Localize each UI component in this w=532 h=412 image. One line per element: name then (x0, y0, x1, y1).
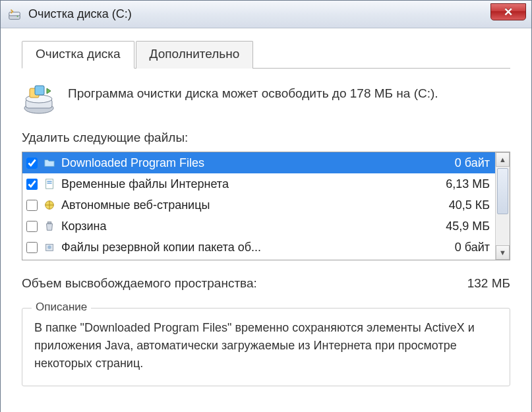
description-group: Описание В папке "Downloaded Program Fil… (22, 308, 510, 386)
svg-rect-9 (47, 181, 51, 182)
freeable-value: 132 МБ (467, 276, 510, 291)
file-checkbox[interactable] (26, 158, 38, 169)
svg-rect-7 (35, 86, 44, 95)
file-name: Корзина (61, 220, 425, 233)
package-icon (43, 241, 56, 254)
list-item[interactable]: Корзина 45,9 МБ (22, 216, 495, 237)
svg-rect-10 (47, 183, 51, 183)
tab-more-options[interactable]: Дополнительно (136, 41, 254, 69)
globe-icon (43, 198, 56, 212)
tab-strip: Очистка диска Дополнительно (22, 40, 510, 69)
file-list-label: Удалить следующие файлы: (22, 131, 510, 145)
intro-row: Программа очистки диска может освободить… (22, 84, 510, 115)
description-text: В папке "Downloaded Program Files" време… (34, 319, 498, 372)
file-name: Файлы резервной копии пакета об... (61, 241, 425, 254)
list-item[interactable]: Downloaded Program Files 0 байт (22, 152, 495, 173)
scroll-track[interactable] (496, 167, 510, 245)
freeable-row: Объем высвобождаемого пространства: 132 … (22, 276, 510, 291)
file-size: 6,13 МБ (430, 177, 490, 191)
scroll-up-button[interactable]: ▲ (496, 152, 510, 167)
file-name: Downloaded Program Files (61, 156, 425, 170)
window-title: Очистка диска (C:) (28, 7, 132, 21)
titlebar[interactable]: Очистка диска (C:) ✕ (1, 1, 531, 28)
file-list-scrollbar[interactable]: ▲ ▼ (495, 152, 510, 260)
recycle-bin-icon (43, 220, 56, 233)
file-size: 0 байт (430, 241, 490, 254)
scroll-down-button[interactable]: ▼ (496, 245, 510, 260)
file-checkbox[interactable] (26, 200, 38, 211)
svg-point-2 (16, 15, 18, 16)
list-item[interactable]: Файлы резервной копии пакета об... 0 бай… (22, 237, 495, 258)
svg-point-14 (47, 245, 51, 249)
file-size: 40,5 КБ (430, 198, 490, 212)
tab-cleanup[interactable]: Очистка диска (22, 41, 134, 69)
svg-rect-12 (47, 222, 51, 224)
scroll-thumb[interactable] (497, 168, 508, 214)
file-name: Автономные веб-страницы (61, 198, 425, 212)
file-list: Downloaded Program Files 0 байт Временны… (22, 152, 510, 260)
folder-icon (43, 156, 56, 169)
file-size: 0 байт (430, 156, 490, 170)
close-button[interactable]: ✕ (490, 3, 526, 20)
list-item[interactable]: Автономные веб-страницы 40,5 КБ (22, 194, 495, 216)
disk-cleanup-large-icon (22, 84, 56, 115)
client-area: Очистка диска Дополнительно Программа оч… (1, 28, 531, 412)
disk-cleanup-window: Очистка диска (C:) ✕ Очистка диска Допол… (0, 0, 532, 412)
svg-rect-8 (46, 179, 53, 189)
intro-text: Программа очистки диска может освободить… (68, 84, 438, 103)
file-checkbox[interactable] (26, 179, 38, 190)
file-name: Временные файлы Интернета (61, 177, 425, 191)
list-item[interactable]: Временные файлы Интернета 6,13 МБ (22, 173, 495, 194)
file-checkbox[interactable] (26, 242, 38, 253)
description-legend: Описание (32, 301, 91, 314)
page-icon (43, 177, 56, 191)
disk-cleanup-icon (7, 7, 22, 22)
freeable-label: Объем высвобождаемого пространства: (22, 276, 257, 291)
close-icon: ✕ (504, 5, 513, 19)
file-checkbox[interactable] (26, 221, 38, 232)
file-list-rows: Downloaded Program Files 0 байт Временны… (22, 152, 495, 260)
file-size: 45,9 МБ (430, 220, 490, 233)
